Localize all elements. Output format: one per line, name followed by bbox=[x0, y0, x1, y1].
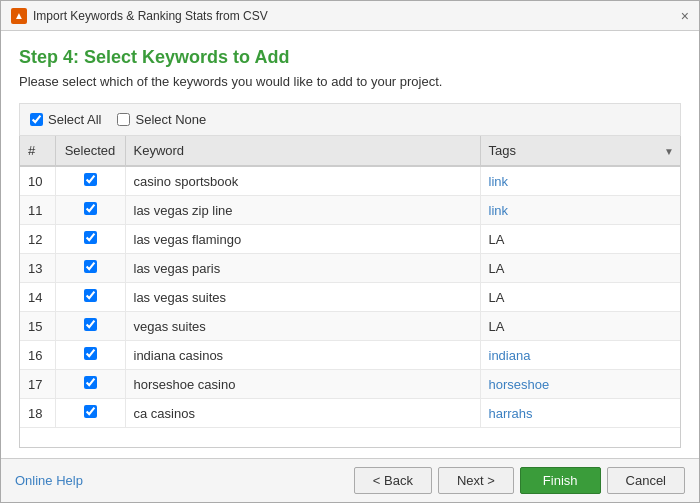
app-icon: ▲ bbox=[11, 8, 27, 24]
table-row: 17horseshoe casinohorseshoe bbox=[20, 370, 680, 399]
row-num: 17 bbox=[20, 370, 55, 399]
row-num: 10 bbox=[20, 166, 55, 196]
table-row: 16indiana casinosindiana bbox=[20, 341, 680, 370]
row-tag: horseshoe bbox=[480, 370, 680, 399]
close-button[interactable]: × bbox=[681, 9, 689, 23]
step-title: Step 4: Select Keywords to Add bbox=[19, 47, 681, 68]
table-row: 11las vegas zip linelink bbox=[20, 196, 680, 225]
row-selected-cell[interactable] bbox=[55, 370, 125, 399]
row-num: 14 bbox=[20, 283, 55, 312]
row-selected-cell[interactable] bbox=[55, 225, 125, 254]
row-num: 11 bbox=[20, 196, 55, 225]
cancel-button[interactable]: Cancel bbox=[607, 467, 685, 494]
table-row: 15vegas suitesLA bbox=[20, 312, 680, 341]
row-keyword: las vegas suites bbox=[125, 283, 480, 312]
row-keyword: las vegas paris bbox=[125, 254, 480, 283]
content-area: Step 4: Select Keywords to Add Please se… bbox=[1, 31, 699, 458]
col-header-num: # bbox=[20, 136, 55, 166]
table-row: 10casino sportsbooklink bbox=[20, 166, 680, 196]
table-row: 12las vegas flamingoLA bbox=[20, 225, 680, 254]
table-row: 18ca casinosharrahs bbox=[20, 399, 680, 428]
row-tag: LA bbox=[480, 312, 680, 341]
row-keyword: las vegas flamingo bbox=[125, 225, 480, 254]
row-keyword: horseshoe casino bbox=[125, 370, 480, 399]
row-checkbox[interactable] bbox=[84, 376, 97, 389]
online-help-link[interactable]: Online Help bbox=[15, 473, 83, 488]
row-checkbox[interactable] bbox=[84, 289, 97, 302]
row-num: 12 bbox=[20, 225, 55, 254]
row-selected-cell[interactable] bbox=[55, 196, 125, 225]
row-tag: harrahs bbox=[480, 399, 680, 428]
table-row: 14las vegas suitesLA bbox=[20, 283, 680, 312]
select-all-label[interactable]: Select All bbox=[30, 112, 101, 127]
row-checkbox[interactable] bbox=[84, 202, 97, 215]
select-all-checkbox[interactable] bbox=[30, 113, 43, 126]
row-tag: LA bbox=[480, 283, 680, 312]
table-row: 13las vegas parisLA bbox=[20, 254, 680, 283]
row-tag: link bbox=[480, 166, 680, 196]
step-description: Please select which of the keywords you … bbox=[19, 74, 681, 89]
row-keyword: vegas suites bbox=[125, 312, 480, 341]
finish-button[interactable]: Finish bbox=[520, 467, 601, 494]
footer-buttons: < Back Next > Finish Cancel bbox=[354, 467, 685, 494]
keywords-table-container[interactable]: # Selected Keyword Tags ▼ 10casino sport… bbox=[19, 136, 681, 448]
tags-sort-icon: ▼ bbox=[664, 145, 674, 156]
table-header-row: # Selected Keyword Tags ▼ bbox=[20, 136, 680, 166]
back-button[interactable]: < Back bbox=[354, 467, 432, 494]
row-keyword: las vegas zip line bbox=[125, 196, 480, 225]
row-tag: indiana bbox=[480, 341, 680, 370]
keywords-table: # Selected Keyword Tags ▼ 10casino sport… bbox=[20, 136, 680, 428]
select-none-text: Select None bbox=[135, 112, 206, 127]
col-header-selected: Selected bbox=[55, 136, 125, 166]
row-tag: link bbox=[480, 196, 680, 225]
select-all-text: Select All bbox=[48, 112, 101, 127]
row-tag: LA bbox=[480, 225, 680, 254]
row-checkbox[interactable] bbox=[84, 173, 97, 186]
select-none-label[interactable]: Select None bbox=[117, 112, 206, 127]
footer: Online Help < Back Next > Finish Cancel bbox=[1, 458, 699, 502]
row-selected-cell[interactable] bbox=[55, 283, 125, 312]
row-num: 15 bbox=[20, 312, 55, 341]
row-keyword: ca casinos bbox=[125, 399, 480, 428]
row-checkbox[interactable] bbox=[84, 347, 97, 360]
select-controls: Select All Select None bbox=[19, 103, 681, 136]
col-header-tags[interactable]: Tags ▼ bbox=[480, 136, 680, 166]
row-tag: LA bbox=[480, 254, 680, 283]
row-keyword: indiana casinos bbox=[125, 341, 480, 370]
title-bar-left: ▲ Import Keywords & Ranking Stats from C… bbox=[11, 8, 268, 24]
window-title: Import Keywords & Ranking Stats from CSV bbox=[33, 9, 268, 23]
table-body: 10casino sportsbooklink11las vegas zip l… bbox=[20, 166, 680, 428]
row-selected-cell[interactable] bbox=[55, 341, 125, 370]
row-checkbox[interactable] bbox=[84, 260, 97, 273]
row-num: 16 bbox=[20, 341, 55, 370]
row-num: 18 bbox=[20, 399, 55, 428]
footer-left: Online Help bbox=[15, 473, 83, 488]
row-num: 13 bbox=[20, 254, 55, 283]
row-selected-cell[interactable] bbox=[55, 166, 125, 196]
row-selected-cell[interactable] bbox=[55, 312, 125, 341]
row-keyword: casino sportsbook bbox=[125, 166, 480, 196]
row-selected-cell[interactable] bbox=[55, 399, 125, 428]
row-checkbox[interactable] bbox=[84, 318, 97, 331]
row-checkbox[interactable] bbox=[84, 231, 97, 244]
row-selected-cell[interactable] bbox=[55, 254, 125, 283]
main-window: ▲ Import Keywords & Ranking Stats from C… bbox=[0, 0, 700, 503]
title-bar: ▲ Import Keywords & Ranking Stats from C… bbox=[1, 1, 699, 31]
col-header-keyword: Keyword bbox=[125, 136, 480, 166]
select-none-checkbox[interactable] bbox=[117, 113, 130, 126]
next-button[interactable]: Next > bbox=[438, 467, 514, 494]
row-checkbox[interactable] bbox=[84, 405, 97, 418]
